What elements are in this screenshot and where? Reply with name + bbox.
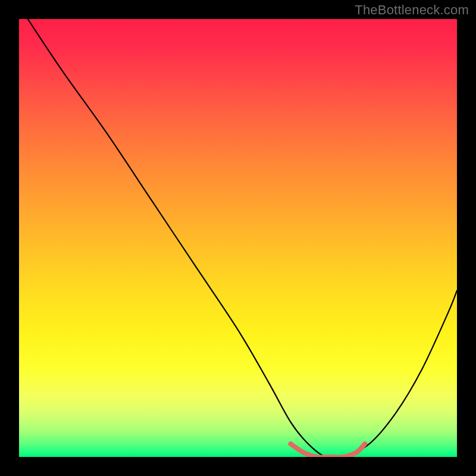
curve-layer (19, 19, 457, 457)
bottleneck-curve-path (28, 19, 457, 457)
plot-area (19, 19, 457, 457)
chart-frame: TheBottleneck.com (0, 0, 476, 476)
watermark-text: TheBottleneck.com (355, 2, 469, 18)
optimal-range-path (290, 444, 365, 457)
